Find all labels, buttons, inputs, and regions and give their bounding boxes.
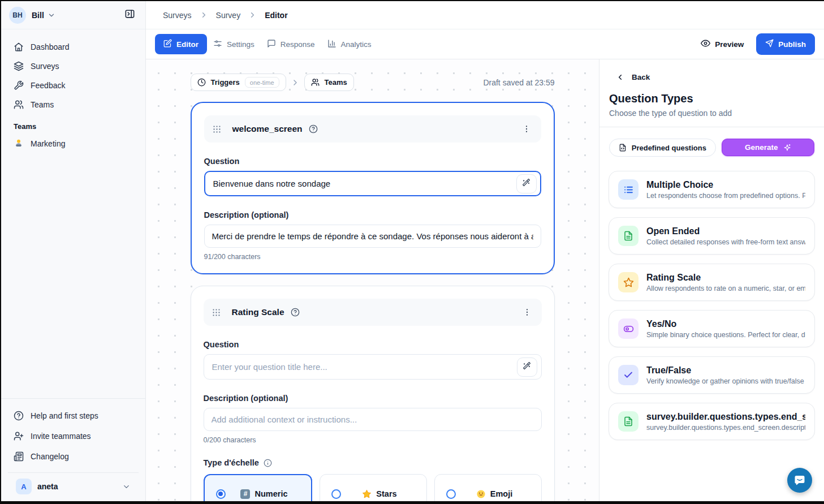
question-type-description: Allow respondents to rate on a numeric, …	[646, 285, 805, 292]
users-icon	[311, 78, 320, 87]
sidebar-item-changelog[interactable]: Changelog	[8, 446, 139, 467]
sidebar-item-label: Teams	[31, 100, 54, 109]
sidebar-item-dashboard[interactable]: Dashboard	[8, 37, 139, 57]
tab-editor[interactable]: Editor	[155, 34, 207, 54]
predefined-questions-button[interactable]: Predefined questions	[609, 139, 716, 157]
breadcrumb-editor[interactable]: Editor	[265, 11, 287, 20]
sidebar-item-invite[interactable]: Invite teammates	[8, 426, 139, 446]
question-description-input[interactable]	[204, 408, 542, 431]
question-card-header: Rating Scale	[204, 299, 542, 326]
description-field-label: Description (optional)	[204, 394, 542, 403]
tab-settings[interactable]: Settings	[207, 34, 261, 55]
question-type-open-ended[interactable]: Open Ended Collect detailed responses wi…	[609, 217, 815, 255]
file-text-icon	[618, 411, 639, 432]
teams-pill[interactable]: Teams	[304, 74, 354, 91]
chat-launcher-button[interactable]	[787, 468, 812, 493]
scale-option-numeric[interactable]: # Numeric	[204, 474, 312, 501]
breadcrumb-surveys[interactable]: Surveys	[163, 11, 192, 20]
publish-button[interactable]: Publish	[756, 33, 815, 55]
magic-wand-button[interactable]	[516, 174, 537, 193]
smiley-emoji-icon	[476, 489, 486, 499]
teams-pill-label: Teams	[325, 78, 347, 87]
question-type-description: survey.builder.questions.types.end_scree…	[646, 424, 805, 432]
main-area: Surveys Survey Editor Editor Setting	[146, 1, 824, 501]
triggers-pill[interactable]: Triggers one-time	[191, 74, 286, 91]
triggers-label: Triggers	[211, 78, 240, 87]
tab-label: Analytics	[341, 40, 372, 49]
teams-section-heading: Teams	[1, 114, 145, 131]
panel-subtitle: Choose the type of question to add	[609, 109, 815, 118]
question-type-yes-no[interactable]: Yes/No Simple binary choice questions. P…	[609, 310, 815, 347]
drag-handle-icon[interactable]	[212, 308, 221, 317]
users-icon	[14, 100, 24, 110]
canvas-top-row: Triggers one-time Teams Draft sav	[191, 74, 555, 91]
question-type-multiple-choice[interactable]: Multiple Choice Let respondents choose f…	[609, 171, 815, 208]
radio-unselected[interactable]	[331, 489, 341, 499]
question-type-title: Open Ended	[646, 226, 805, 236]
question-description-input[interactable]	[204, 225, 541, 248]
scale-option-label: Emoji	[490, 489, 512, 498]
scale-option-stars[interactable]: Stars	[320, 474, 427, 501]
technologist-emoji-icon	[14, 138, 24, 150]
radio-selected[interactable]	[216, 489, 226, 499]
scale-type-label-text: Type d'échelle	[204, 458, 259, 467]
radio-unselected[interactable]	[446, 489, 456, 499]
sidebar-item-help[interactable]: Help and first steps	[8, 406, 139, 426]
sidebar-item-team-marketing[interactable]: Marketing	[8, 134, 139, 153]
question-title-input[interactable]	[204, 354, 542, 380]
question-type-title: Multiple Choice	[646, 180, 805, 190]
chat-bubble-icon	[793, 473, 806, 487]
sidebar-item-teams[interactable]: Teams	[8, 95, 139, 114]
sidebar-item-label: Invite teammates	[31, 432, 91, 441]
question-card-title: Rating Scale	[232, 307, 284, 317]
breadcrumb-survey[interactable]: Survey	[216, 11, 241, 20]
chevron-down-icon	[48, 11, 55, 19]
question-type-title: True/False	[646, 365, 805, 376]
back-button[interactable]: Back	[609, 73, 815, 81]
tab-label: Settings	[227, 40, 254, 49]
question-type-rating-scale[interactable]: Rating Scale Allow respondents to rate o…	[609, 264, 815, 301]
scale-option-emoji[interactable]: Emoji	[434, 474, 542, 501]
chevron-right-icon	[291, 78, 300, 87]
tab-analytics[interactable]: Analytics	[321, 34, 378, 55]
home-icon	[14, 42, 24, 52]
sidebar-item-feedback[interactable]: Feedback	[8, 76, 139, 95]
sidebar-item-surveys[interactable]: Surveys	[8, 57, 139, 76]
app-window: BH Bill Dashboard	[1, 1, 824, 501]
list-icon	[618, 179, 639, 200]
tab-response[interactable]: Response	[261, 34, 321, 55]
sparkles-icon	[783, 144, 791, 152]
kebab-menu-icon[interactable]	[520, 122, 533, 136]
question-type-description: Collect detailed responses with free-for…	[646, 238, 805, 246]
workspace-avatar[interactable]: BH	[9, 7, 26, 24]
info-circle-icon[interactable]	[264, 459, 272, 467]
character-counter: 0/200 characters	[204, 436, 542, 444]
question-card-header: welcome_screen	[204, 115, 541, 143]
chevron-right-icon	[200, 11, 208, 19]
help-circle-icon[interactable]	[309, 124, 318, 133]
generate-button[interactable]: Generate	[722, 139, 814, 156]
chevron-left-icon	[616, 73, 624, 81]
trigger-type-badge: one-time	[245, 77, 279, 88]
kebab-menu-icon[interactable]	[520, 305, 534, 319]
breadcrumb: Surveys Survey Editor	[146, 1, 824, 29]
sidebar-item-label: Surveys	[31, 62, 59, 71]
question-title-input[interactable]	[204, 171, 541, 196]
help-circle-icon[interactable]	[291, 308, 300, 317]
user-avatar: A	[16, 479, 32, 494]
sliders-icon	[213, 39, 222, 50]
question-field-label: Question	[204, 157, 541, 166]
scale-type-options: # Numeric Stars	[204, 474, 542, 501]
sidebar-collapse-button[interactable]	[120, 6, 139, 24]
workspace-name[interactable]: Bill	[32, 11, 44, 20]
tab-label: Editor	[176, 40, 199, 49]
character-counter: 91/200 characters	[204, 253, 541, 261]
question-card-welcome-screen: welcome_screen Question	[191, 102, 555, 274]
message-square-icon	[267, 39, 276, 50]
magic-wand-button[interactable]	[517, 357, 537, 377]
user-menu[interactable]: A aneta	[8, 472, 139, 501]
question-type-true-false[interactable]: True/False Verify knowledge or gather op…	[609, 356, 815, 394]
question-type-end-screen[interactable]: survey.builder.questions.types.end_scr..…	[609, 403, 815, 440]
preview-button[interactable]: Preview	[694, 34, 750, 54]
drag-handle-icon[interactable]	[212, 124, 222, 134]
